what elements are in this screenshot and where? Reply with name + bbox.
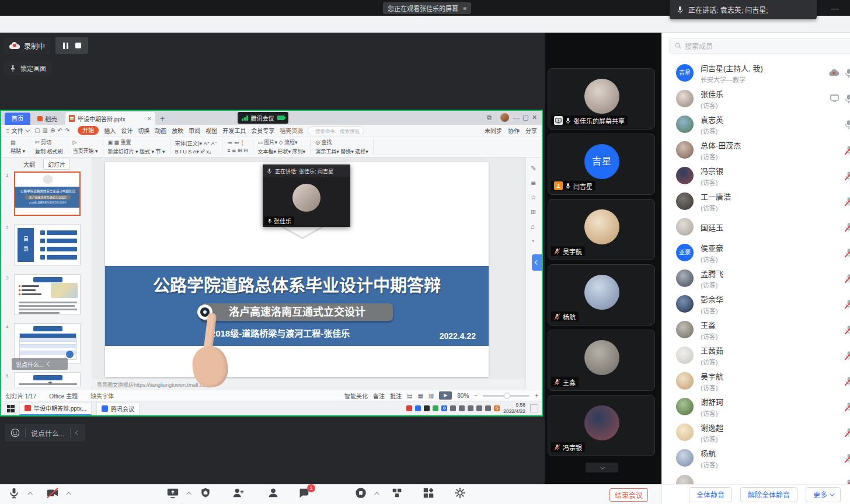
normal-view-icon[interactable]: ▤ [407, 393, 412, 399]
grid-icon[interactable]: ⊞ [531, 208, 536, 216]
slides-tab[interactable]: 幻灯片 [43, 159, 70, 170]
member-row[interactable]: 国廷玉 [662, 214, 850, 240]
slide-thumbnail-1[interactable]: 公路学院道路总体系毕业设计中期答辩 洛卢高速洛南互通式立交设计 2018级-道路… [14, 172, 81, 216]
video-tile[interactable]: 吉星 闫吉星 [548, 134, 655, 195]
battery-tray-icon[interactable] [450, 405, 456, 411]
notes-button[interactable]: 备注 [373, 391, 385, 400]
member-row[interactable]: 吉星 闫吉星(主持人, 我) 长安大学—教学 [662, 60, 850, 86]
strip-collapse-button[interactable] [586, 463, 618, 473]
member-row[interactable]: 彭余华 (访客) [662, 291, 850, 317]
network-tray-icon[interactable] [459, 405, 465, 411]
wps-action[interactable]: 协作 [508, 126, 520, 135]
beautify-button[interactable]: 智能美化 [344, 391, 368, 400]
member-row[interactable]: 张佳乐 (访客) [662, 86, 850, 111]
unmute-all-button[interactable]: 解除全体静音 [740, 487, 797, 502]
add-slide-button[interactable]: + [48, 378, 53, 387]
bottom-bar-item[interactable]: 安全 [189, 487, 222, 502]
ribbon-group[interactable]: ▭ 图片▾ ◇ 流程▾文本框▾ 形状▾ 序列▾ [253, 138, 311, 155]
taskbar-wps-task[interactable]: 毕设中期答辩.pptx... [19, 402, 92, 415]
wps-menu-tab[interactable]: 插入 [104, 126, 116, 135]
minimize-window-icon[interactable]: — [513, 114, 520, 121]
bottom-bar-item[interactable]: 邀请 [222, 487, 255, 502]
stop-recording-button[interactable] [75, 43, 81, 48]
zoom-in-button[interactable]: + [535, 393, 538, 399]
slide-thumbnail-2[interactable]: 目 录 [14, 224, 81, 266]
menu-icon[interactable]: ≡ [463, 5, 466, 12]
bottom-bar-item[interactable]: 开启视频 [36, 487, 69, 502]
member-row[interactable]: 谢舒珂 (访客) [662, 394, 850, 419]
new-tab-button[interactable]: + [160, 114, 165, 123]
notification-icon[interactable] [530, 404, 538, 412]
wps-action[interactable]: 未同步 [485, 126, 502, 135]
home-icon[interactable]: ⌂ [531, 223, 535, 230]
qq-tray-icon[interactable] [424, 405, 430, 411]
ribbon-group[interactable]: ✄ 剪切复制 格式刷 [30, 138, 68, 155]
sogou-tray-icon[interactable]: S [494, 405, 500, 411]
dock-icon[interactable]: ⧉ [487, 114, 492, 121]
wps-menu-tab[interactable]: 切换 [138, 126, 149, 135]
taskbar-clock[interactable]: 9:582022/4/22 [503, 402, 525, 414]
panel-expand-handle[interactable] [532, 254, 542, 271]
close-tab-icon[interactable]: ✕ [147, 116, 152, 122]
edit-icon[interactable]: ✎ [531, 164, 536, 172]
missing-fonts-warning[interactable]: 缺失字体 [90, 391, 114, 400]
wps-menu-tab[interactable]: 稻壳资源 [280, 126, 303, 135]
bottom-bar-item[interactable]: 共享屏幕 [156, 487, 189, 502]
zoom-out-button[interactable]: − [474, 393, 478, 399]
wps-daoke-tab[interactable]: 稻壳 [34, 113, 61, 125]
member-row[interactable]: 王茜茹 (访客) [662, 342, 850, 368]
member-row[interactable]: 王淼 (访客) [662, 317, 850, 342]
outline-tab[interactable]: 大纲 [23, 160, 35, 170]
bottom-bar-item[interactable]: 设置 [444, 487, 476, 502]
member-row[interactable]: 杨航 (访客) [662, 445, 850, 471]
end-meeting-button[interactable]: 结束会议 [609, 488, 648, 502]
wps-file-tab[interactable]: 毕设中期答辩.pptx ✕ [65, 112, 155, 125]
clock-icon[interactable]: ◔ [531, 237, 535, 244]
usb-tray-icon[interactable] [485, 405, 491, 411]
wps-command-search[interactable]: 搜索命令、搜索模板 [308, 126, 364, 135]
wps-menu-tab[interactable]: 视图 [205, 126, 217, 135]
mic-tray-icon[interactable] [476, 405, 482, 411]
video-tile[interactable]: 吴宇航 [548, 199, 655, 260]
member-row[interactable]: 工一唐浩 (访客) [662, 188, 850, 214]
ribbon-group[interactable]: ≔ ≕ ┆≡ ≣ ⊞ ⊟ [222, 140, 253, 153]
bottom-bar-item[interactable]: 1 聊天 [287, 487, 320, 502]
emoji-icon[interactable] [11, 428, 20, 438]
ribbon-group[interactable]: ▷当页开始 ▾ [68, 139, 103, 155]
video-tile[interactable]: 冯宗银 [548, 395, 655, 456]
theme-name[interactable]: Office 主题 [49, 391, 78, 400]
wps-tray-icon[interactable] [406, 405, 412, 411]
ribbon-group[interactable]: ▤粘贴 ▾ [6, 139, 30, 155]
member-row[interactable]: 冯宗银 (访客) [662, 163, 850, 188]
list-icon[interactable]: ≣ [531, 179, 536, 187]
star-icon[interactable]: ☆ [531, 194, 537, 201]
bottom-bar-item[interactable]: 录制 [344, 487, 377, 502]
start-button[interactable] [7, 405, 15, 412]
slideshow-play-button[interactable]: ▶ [439, 391, 452, 400]
video-tile[interactable]: 王淼 [548, 330, 655, 391]
wps-start-tab[interactable]: 开始 [78, 126, 99, 135]
sorter-view-icon[interactable]: ▦ [417, 393, 423, 399]
wps-menu-tab[interactable]: 动画 [155, 126, 166, 135]
green-tray-icon[interactable] [433, 405, 438, 411]
ribbon-group[interactable]: 宋体(正文)▾ A⁺ A⁻B I U S A▾ x² x₂ [170, 139, 223, 155]
floating-speaker-video[interactable]: 正在讲话: 张佳乐; 闫吉星 张佳乐 [263, 164, 350, 227]
restore-window-icon[interactable]: ▢ [522, 114, 528, 121]
minimize-icon[interactable]: — [830, 4, 839, 12]
wps-home-tab[interactable]: 首页 [5, 113, 30, 125]
more-button[interactable]: 更多 [806, 487, 841, 502]
pause-recording-button[interactable] [63, 43, 68, 49]
wps-menu-tab[interactable]: 会员专享 [251, 126, 274, 135]
lock-view-button[interactable]: 锁定画面 [4, 61, 52, 76]
wps-user-avatar[interactable] [500, 113, 509, 122]
bottom-bar-item[interactable]: 应用 [381, 487, 413, 502]
close-window-icon[interactable]: ✕ [532, 114, 537, 121]
ribbon-group[interactable]: ◎ 查找演示工具▾ 替换▾ 选择▾ [311, 138, 374, 155]
video-tile[interactable]: 杨航 [548, 264, 655, 326]
zoom-slider-knob[interactable] [504, 393, 510, 399]
zoom-slider[interactable] [483, 395, 529, 397]
member-row[interactable]: 亚豪 侯亚豪 (访客) [662, 240, 850, 265]
meeting-tray-icon[interactable] [415, 405, 421, 411]
member-search-input[interactable]: 搜索成员 [669, 38, 850, 54]
wps-menu-tab[interactable]: 开发工具 [222, 126, 246, 135]
